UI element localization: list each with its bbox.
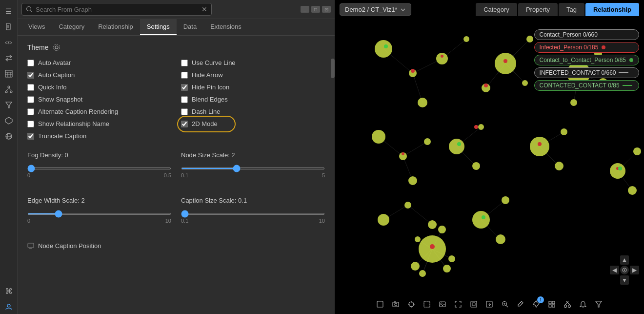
maximize-button[interactable]: □ bbox=[311, 6, 320, 13]
pin-button[interactable]: 1 bbox=[529, 297, 543, 311]
minimize-button[interactable]: _ bbox=[301, 6, 309, 13]
nav-right-arrow[interactable]: ▶ bbox=[630, 266, 639, 275]
scroll-handle[interactable] bbox=[331, 59, 335, 78]
dash-line-checkbox[interactable] bbox=[181, 108, 188, 115]
nav-up-arrow[interactable]: ▲ bbox=[620, 255, 629, 265]
avatar-icon[interactable] bbox=[1, 299, 16, 314]
svg-rect-126 bbox=[424, 301, 430, 307]
legend-infected-contact[interactable]: INFECTED_CONTACT 0/660 bbox=[534, 67, 639, 78]
edit-button[interactable] bbox=[514, 297, 527, 311]
select-tool-button[interactable] bbox=[373, 297, 387, 311]
search-input[interactable] bbox=[36, 6, 201, 13]
blend-edges-checkbox[interactable] bbox=[181, 96, 188, 103]
hide-arrow-checkbox[interactable] bbox=[181, 72, 188, 79]
graph-tab-tag[interactable]: Tag bbox=[559, 3, 584, 16]
legend-contact-to-contact-label: Contact_to_Contact_Person 0/85 bbox=[540, 57, 626, 63]
svg-line-138 bbox=[533, 305, 535, 307]
quick-info-checkbox[interactable] bbox=[27, 84, 34, 91]
svg-point-92 bbox=[411, 262, 420, 271]
blend-edges-label: Blend Edges bbox=[192, 96, 228, 103]
option-show-relationship-name: Show Relationship Name bbox=[27, 120, 171, 127]
file-icon[interactable] bbox=[1, 20, 16, 34]
auto-caption-checkbox[interactable] bbox=[27, 72, 34, 79]
svg-rect-142 bbox=[552, 305, 555, 307]
legend-contact-person[interactable]: Contact_Person 0/660 bbox=[534, 29, 639, 40]
restore-button[interactable]: ⊡ bbox=[322, 6, 331, 13]
show-snapshot-checkbox[interactable] bbox=[27, 96, 34, 103]
window-controls: _ □ ⊡ bbox=[301, 6, 331, 13]
svg-rect-117 bbox=[377, 301, 383, 307]
hide-pin-icon-checkbox[interactable] bbox=[181, 84, 188, 91]
search-box[interactable]: ✕ bbox=[21, 3, 212, 16]
truncate-caption-checkbox[interactable] bbox=[27, 133, 34, 140]
filter-button[interactable] bbox=[592, 297, 605, 311]
legend-contact-person-label: Contact_Person 0/660 bbox=[540, 31, 598, 38]
graph-tab-category[interactable]: Category bbox=[476, 3, 517, 16]
svg-point-12 bbox=[5, 91, 7, 93]
crosshair-button[interactable] bbox=[404, 297, 418, 311]
tab-relationship[interactable]: Relationship bbox=[91, 19, 140, 35]
transfer-icon[interactable] bbox=[1, 51, 16, 65]
graph-tab-relationship[interactable]: Relationship bbox=[585, 3, 639, 16]
svg-rect-6 bbox=[5, 70, 12, 77]
svg-point-86 bbox=[610, 163, 625, 179]
legend-infected-person[interactable]: Infected_Person 0/185 bbox=[534, 42, 639, 53]
image-button[interactable] bbox=[436, 297, 449, 311]
tab-data[interactable]: Data bbox=[177, 19, 203, 35]
option-truncate-caption: Truncate Caption bbox=[27, 132, 171, 140]
auto-caption-label: Auto Caption bbox=[38, 71, 75, 79]
edge-width-scale-slider[interactable] bbox=[27, 213, 171, 215]
table-icon[interactable] bbox=[1, 66, 16, 81]
export-button[interactable] bbox=[483, 297, 496, 311]
caption-size-scale-slider[interactable] bbox=[181, 213, 325, 215]
auto-avatar-checkbox[interactable] bbox=[27, 60, 34, 66]
hide-arrow-label: Hide Arrow bbox=[192, 71, 223, 79]
svg-rect-26 bbox=[28, 243, 34, 248]
fog-density-slider[interactable] bbox=[27, 167, 171, 169]
alt-caption-checkbox[interactable] bbox=[27, 108, 34, 115]
filter-icon[interactable] bbox=[1, 98, 16, 112]
node-caption-position[interactable]: Node Caption Position bbox=[27, 242, 325, 250]
svg-point-143 bbox=[564, 305, 567, 308]
hierarchy-icon[interactable] bbox=[1, 82, 16, 97]
camera-button[interactable] bbox=[389, 297, 402, 311]
command-icon[interactable]: ⌘ bbox=[1, 284, 16, 298]
tab-views[interactable]: Views bbox=[21, 19, 52, 35]
svg-point-128 bbox=[441, 303, 442, 304]
zoom-in-button[interactable] bbox=[498, 297, 512, 311]
frame-button[interactable] bbox=[420, 297, 434, 311]
cut-button[interactable] bbox=[561, 297, 574, 311]
node-size-scale-slider[interactable] bbox=[181, 167, 325, 169]
legend-contacted-contact[interactable]: CONTACTED_CONTACT 0/85 bbox=[534, 80, 639, 91]
tab-settings[interactable]: Settings bbox=[140, 19, 177, 35]
search-clear-icon[interactable]: ✕ bbox=[201, 5, 207, 13]
nav-center-button[interactable] bbox=[620, 266, 629, 275]
nav-left-arrow[interactable]: ◀ bbox=[610, 266, 619, 275]
code-icon[interactable]: </> bbox=[1, 35, 16, 50]
bell-button[interactable] bbox=[576, 297, 590, 311]
globe-icon[interactable] bbox=[1, 129, 16, 144]
tab-extensions[interactable]: Extensions bbox=[203, 19, 248, 35]
expand-button[interactable] bbox=[451, 297, 465, 311]
svg-point-59 bbox=[436, 53, 448, 64]
2d-mode-checkbox[interactable] bbox=[181, 121, 188, 127]
svg-point-88 bbox=[628, 186, 637, 195]
option-hide-pin-icon: Hide Pin Icon bbox=[181, 84, 325, 91]
theme-settings-icon[interactable] bbox=[53, 43, 60, 51]
show-relationship-name-checkbox[interactable] bbox=[27, 121, 34, 127]
graph-tab-property[interactable]: Property bbox=[518, 3, 558, 16]
layout-button[interactable] bbox=[545, 297, 559, 311]
edge-width-scale-label: Edge Width Scale: 2 bbox=[27, 197, 171, 204]
nav-down-arrow[interactable]: ▼ bbox=[620, 275, 629, 285]
capture-button[interactable] bbox=[467, 297, 481, 311]
truncate-caption-label: Truncate Caption bbox=[38, 132, 86, 140]
legend-contact-to-contact[interactable]: Contact_to_Contact_Person 0/85 bbox=[534, 55, 639, 65]
graph-breadcrumb[interactable]: Demo2 / CT_Viz1* bbox=[340, 3, 411, 16]
tab-category[interactable]: Category bbox=[52, 19, 91, 35]
use-curve-line-checkbox[interactable] bbox=[181, 60, 188, 66]
node-size-scale-min: 0.1 bbox=[181, 172, 188, 178]
menu-icon[interactable]: ☰ bbox=[1, 4, 16, 19]
svg-rect-130 bbox=[472, 303, 475, 306]
graph-tab-bar: Category Property Tag Relationship bbox=[476, 3, 639, 16]
network-icon[interactable] bbox=[1, 113, 16, 128]
